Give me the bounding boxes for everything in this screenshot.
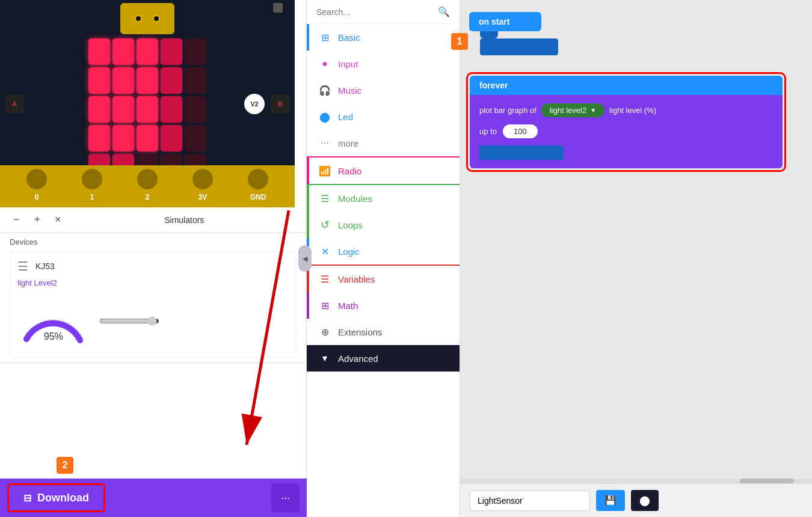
github-button[interactable]: ⬤ — [631, 490, 659, 511]
microbit-eye-right — [153, 15, 160, 22]
input-icon: ● — [319, 58, 331, 70]
upto-value[interactable]: 100 — [503, 124, 538, 138]
led-2-3 — [161, 96, 182, 123]
forever-body: plot bar graph of light level2 ▼ light l… — [470, 95, 783, 168]
more-options-button[interactable]: ··· — [271, 483, 300, 512]
forever-block-container: forever plot bar graph of light level2 ▼… — [466, 72, 786, 172]
sidebar-item-radio[interactable]: 📶 Radio — [307, 158, 460, 184]
input-label: Input — [338, 59, 358, 69]
light-level2-dropdown[interactable]: light level2 ▼ — [541, 103, 604, 117]
device-name: KJ53 — [35, 262, 55, 271]
on-start-label: on start — [469, 12, 541, 31]
led-2-4 — [185, 96, 206, 123]
extensions-label: Extensions — [338, 327, 382, 337]
download-button[interactable]: ⊟ Download — [7, 483, 105, 512]
forever-label: forever — [479, 81, 508, 90]
sidebar-item-modules[interactable]: ☰ Modules — [307, 185, 460, 212]
pin-label-0: 0 — [26, 193, 47, 201]
forever-bottom-slot — [479, 145, 564, 160]
version-badge: V2 — [244, 94, 265, 114]
sim-minus-button[interactable]: − — [10, 212, 23, 227]
save-button[interactable]: 💾 — [596, 490, 625, 511]
sidebar-item-led[interactable]: ⬤ Led — [307, 103, 460, 130]
horizontal-scrollbar[interactable] — [460, 479, 812, 483]
advanced-chevron-icon: ▼ — [319, 352, 331, 364]
sensor-label: light Level2 — [17, 278, 289, 287]
led-0-0 — [88, 38, 110, 65]
led-2-2 — [137, 96, 158, 123]
button-a[interactable]: A — [5, 94, 24, 114]
badge-2: 2 — [57, 457, 73, 474]
code-workspace: on start forever plot bar graph of — [460, 0, 812, 517]
device-header: ☰ KJ53 — [17, 259, 289, 274]
more-icon: ··· — [319, 137, 331, 149]
sim-close-button[interactable]: × — [51, 212, 65, 227]
led-label: Led — [338, 112, 353, 122]
filename-input[interactable] — [470, 491, 590, 511]
led-3-0 — [88, 125, 110, 151]
usb-port — [273, 3, 283, 13]
sidebar-item-logic[interactable]: ✕ Logic — [307, 238, 460, 265]
button-b-label: B — [278, 100, 283, 108]
pin-gnd — [248, 169, 268, 189]
gauge-slider[interactable] — [99, 316, 159, 326]
variables-label: Variables — [338, 274, 375, 284]
sidebar-item-more[interactable]: ··· more — [307, 130, 460, 156]
more-label: more — [338, 138, 358, 148]
led-3-2 — [137, 125, 158, 151]
light-level-label: light level (%) — [609, 106, 656, 115]
devices-section: Devices ☰ KJ53 light Level2 — [0, 233, 306, 363]
search-bar: 🔍 — [307, 0, 460, 24]
sidebar-item-input[interactable]: ● Input — [307, 50, 460, 77]
device-card: ☰ KJ53 light Level2 95% — [10, 251, 297, 358]
modules-icon: ☰ — [319, 192, 331, 204]
advanced-label: Advanced — [338, 353, 378, 364]
light-level2-value: light level2 — [550, 106, 586, 115]
button-b[interactable]: B — [271, 94, 290, 114]
sim-plus-button[interactable]: + — [31, 212, 45, 227]
led-0-3 — [161, 38, 182, 65]
panel-collapse-button[interactable]: ◀ — [298, 245, 312, 272]
sidebar-item-extensions[interactable]: ⊕ Extensions — [307, 319, 460, 345]
forever-block[interactable]: forever — [470, 76, 783, 95]
led-3-3 — [161, 125, 182, 151]
pin-label-gnd: GND — [248, 193, 268, 201]
led-2-1 — [112, 96, 134, 123]
loops-label: Loops — [338, 220, 363, 230]
pin-label-3v: 3V — [192, 193, 213, 201]
pin-1 — [82, 169, 102, 189]
sidebar-item-advanced[interactable]: ▼ Advanced — [307, 345, 460, 372]
led-3-1 — [112, 125, 134, 151]
sidebar-item-music[interactable]: 🎧 Music — [307, 77, 460, 103]
upto-row: up to 100 — [479, 124, 773, 138]
device-icon: ☰ — [17, 259, 28, 274]
simulators-bar: − + × Simulators — [0, 207, 306, 233]
devices-label: Devices — [10, 237, 297, 246]
pin-label-2: 2 — [137, 193, 158, 201]
led-0-1 — [112, 38, 134, 65]
plot-bar-graph-row: plot bar graph of light level2 ▼ light l… — [479, 103, 773, 117]
pin-0 — [26, 169, 47, 189]
led-3-4 — [185, 125, 206, 151]
scrollbar-thumb[interactable] — [740, 479, 794, 483]
search-input[interactable] — [316, 7, 433, 17]
on-start-block[interactable]: on start — [469, 12, 558, 55]
led-0-2 — [137, 38, 158, 65]
filename-bar: 💾 ⬤ — [460, 483, 812, 517]
led-1-2 — [137, 67, 158, 94]
led-1-4 — [185, 67, 206, 94]
sidebar-item-math[interactable]: ⊞ Math — [307, 292, 460, 319]
gauge-container: 95% — [17, 292, 289, 350]
sidebar-item-basic[interactable]: ⊞ Basic — [307, 24, 460, 50]
sidebar-item-loops[interactable]: ↺ Loops — [307, 212, 460, 238]
on-start-slot — [480, 38, 558, 55]
logic-icon: ✕ — [319, 245, 331, 257]
extensions-icon: ⊕ — [319, 326, 331, 338]
dropdown-arrow-icon: ▼ — [590, 107, 596, 114]
music-label: Music — [338, 85, 361, 96]
loops-icon: ↺ — [319, 219, 331, 231]
microbit-eye-left — [135, 15, 142, 22]
music-icon: 🎧 — [319, 84, 331, 96]
sidebar-item-variables[interactable]: ☰ Variables — [307, 266, 460, 292]
radio-icon: 📶 — [319, 165, 331, 177]
